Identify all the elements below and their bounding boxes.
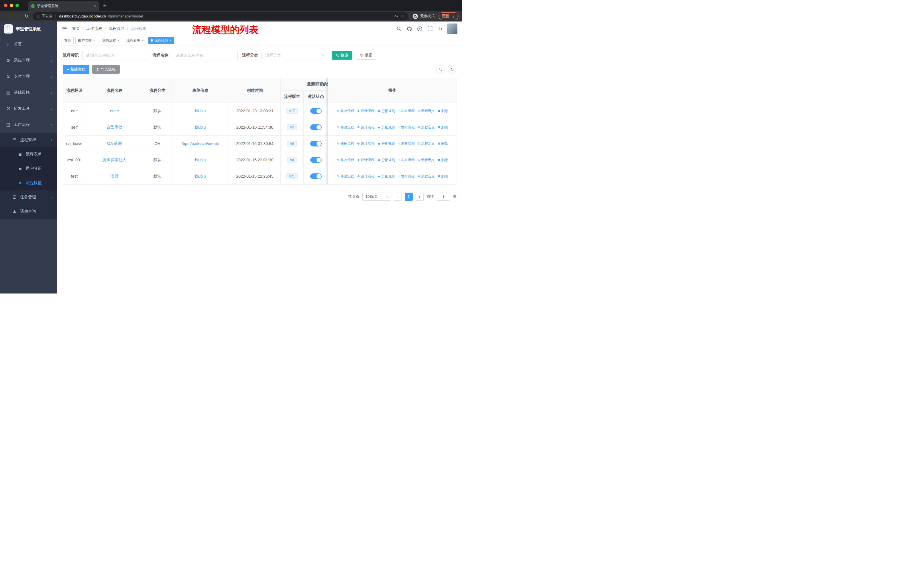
browser-menu-icon[interactable]: ⋮ (451, 14, 455, 18)
tab-close-button[interactable]: × (94, 4, 96, 8)
tag-close-icon[interactable]: × (117, 38, 120, 43)
sidebar-item-home[interactable]: ⌂首页 (0, 36, 57, 53)
sidebar-item-task-mgmt[interactable]: ☑任务管理∨ (0, 190, 57, 204)
action-definition-link[interactable]: ✇流程定义 (417, 158, 434, 162)
action-design-link[interactable]: ❖设计流程 (357, 109, 375, 114)
sidebar-item-system[interactable]: ⚙系统管理∨ (0, 53, 57, 68)
sidebar-item-process-model[interactable]: ➤流程模型 (0, 176, 57, 190)
action-publish-link[interactable]: ☝发布流程 (398, 174, 415, 179)
back-button[interactable]: ← (3, 13, 10, 19)
process-id-input[interactable] (82, 51, 148, 60)
action-delete-link[interactable]: ✖删除 (438, 125, 448, 130)
page-size-select[interactable]: 10条/页 ∨ (362, 193, 391, 201)
create-process-button[interactable]: + 新建流程 (63, 65, 89, 74)
action-publish-link[interactable]: ☝发布流程 (398, 141, 415, 146)
tag-item[interactable]: 租户管理× (75, 37, 98, 44)
action-definition-link[interactable]: ✇流程定义 (417, 141, 434, 146)
zoom-window-button[interactable] (15, 4, 19, 7)
close-window-button[interactable] (4, 4, 7, 7)
process-name-link[interactable]: 滔博 (111, 174, 119, 178)
action-design-link[interactable]: ❖设计流程 (357, 125, 375, 130)
action-delete-link[interactable]: ✖删除 (438, 158, 448, 162)
tag-item[interactable]: 我的流程× (100, 37, 122, 44)
next-page-button[interactable]: › (416, 193, 424, 201)
process-name-link[interactable]: OA 请假 (107, 141, 122, 146)
form-info-link[interactable]: biubiu (195, 109, 206, 113)
action-design-link[interactable]: ❖设计流程 (357, 141, 375, 146)
minimize-window-button[interactable] (10, 4, 13, 7)
fullscreen-icon[interactable] (427, 26, 433, 31)
form-info-link[interactable]: /bpm/oa/leave/create (182, 141, 219, 146)
prev-page-button[interactable]: ‹ (394, 193, 402, 201)
action-design-link[interactable]: ❖设计流程 (357, 158, 375, 162)
action-edit-link[interactable]: ✎修改流程 (337, 125, 354, 130)
font-size-icon[interactable]: TT (438, 26, 442, 31)
action-assign-link[interactable]: ☻分配规则 (377, 125, 395, 130)
action-design-link[interactable]: ❖设计流程 (357, 174, 375, 179)
process-name-link[interactable]: eeee (110, 109, 119, 113)
process-name-link[interactable]: 自己审批 (107, 125, 122, 129)
active-toggle[interactable] (310, 141, 322, 147)
sidebar-item-leave-query[interactable]: ♟请假查询 (0, 204, 57, 219)
category-select[interactable]: 流程分类 ∨ (261, 51, 327, 60)
password-key-icon[interactable] (394, 14, 399, 19)
breadcrumb-home[interactable]: 首页 (72, 26, 80, 31)
breadcrumb-workflow[interactable]: 工作流程 (86, 26, 102, 31)
action-publish-link[interactable]: ☝发布流程 (398, 109, 415, 114)
form-info-link[interactable]: biubiu (195, 174, 206, 179)
goto-page-input[interactable] (437, 193, 450, 201)
form-info-link[interactable]: biubiu (195, 125, 206, 129)
form-info-link[interactable]: biubiu (195, 158, 206, 162)
action-publish-link[interactable]: ☝发布流程 (398, 158, 415, 162)
action-assign-link[interactable]: ☻分配规则 (377, 141, 395, 146)
sidebar-item-devtools[interactable]: ⚒研发工具∨ (0, 101, 57, 117)
refresh-table-button[interactable]: ↻ (448, 65, 456, 74)
action-definition-link[interactable]: ✇流程定义 (417, 109, 434, 114)
tag-close-icon[interactable]: × (142, 38, 144, 43)
tag-item[interactable]: 流程模型× (148, 37, 175, 44)
sidebar-item-process-form[interactable]: ▣流程表单 (0, 147, 57, 161)
reset-button[interactable]: ↻ 重置 (356, 51, 376, 60)
action-assign-link[interactable]: ☻分配规则 (377, 109, 395, 114)
action-edit-link[interactable]: ✎修改流程 (337, 174, 354, 179)
action-delete-link[interactable]: ✖删除 (438, 141, 448, 146)
bookmark-star-icon[interactable]: ☆ (401, 14, 404, 19)
breadcrumb-process-mgmt[interactable]: 流程管理 (109, 26, 125, 31)
user-avatar[interactable] (447, 23, 457, 34)
search-icon[interactable] (396, 26, 402, 31)
tag-close-icon[interactable]: × (170, 38, 172, 43)
active-toggle[interactable] (310, 157, 322, 163)
action-assign-link[interactable]: ☻分配规则 (377, 158, 395, 162)
sidebar-item-infra[interactable]: ▤基础设施∨ (0, 84, 57, 101)
collapse-sidebar-button[interactable] (61, 26, 67, 31)
action-definition-link[interactable]: ✇流程定义 (417, 174, 434, 179)
sidebar-item-workflow[interactable]: ◫工作流程∧ (0, 117, 57, 133)
action-edit-link[interactable]: ✎修改流程 (337, 158, 354, 162)
browser-tab[interactable]: 芋道管理系统 × (28, 1, 99, 11)
toggle-search-button[interactable] (436, 65, 445, 74)
import-process-button[interactable]: ↥ 导入流程 (92, 65, 120, 74)
active-toggle[interactable] (310, 108, 322, 114)
url-bar[interactable]: ⚠ 不安全 dashboard.yudao.iocoder.cn/bpm/man… (33, 12, 408, 20)
new-tab-button[interactable]: + (103, 2, 107, 9)
action-edit-link[interactable]: ✎修改流程 (337, 109, 354, 114)
action-delete-link[interactable]: ✖删除 (438, 109, 448, 114)
search-button[interactable]: 搜索 (332, 51, 352, 60)
process-name-link[interactable]: 测试多审批人 (102, 157, 127, 162)
action-assign-link[interactable]: ☻分配规则 (377, 174, 395, 179)
action-delete-link[interactable]: ✖删除 (438, 174, 448, 179)
tag-close-icon[interactable]: × (93, 38, 96, 43)
action-definition-link[interactable]: ✇流程定义 (417, 125, 434, 130)
process-name-input[interactable] (172, 51, 238, 60)
tag-item[interactable]: 流程表单× (124, 37, 146, 44)
sidebar-item-payment[interactable]: ¥支付管理∨ (0, 68, 57, 84)
refresh-page-button[interactable]: ↻ (23, 13, 30, 19)
active-toggle[interactable] (310, 174, 322, 179)
sidebar-item-user-group[interactable]: ☻用户分组 (0, 161, 57, 176)
update-button[interactable]: 更新 ⋮ (439, 12, 459, 20)
help-icon[interactable]: ? (417, 26, 422, 31)
action-publish-link[interactable]: ☝发布流程 (398, 125, 415, 130)
active-toggle[interactable] (310, 124, 322, 130)
forward-button[interactable]: → (13, 13, 20, 19)
page-number-button[interactable]: 1 (405, 193, 413, 201)
